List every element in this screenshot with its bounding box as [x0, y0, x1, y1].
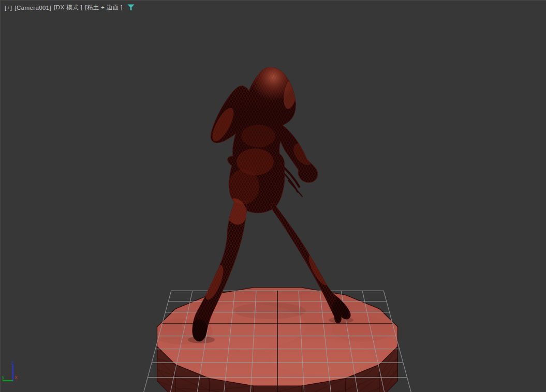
viewport-display-mode-menu[interactable]: [DX 模式 ] [54, 4, 82, 11]
y-axis-label: y [2, 374, 5, 380]
viewport-filter-funnel-icon[interactable] [127, 4, 135, 11]
viewport-label-bar: [+] [Camera001] [DX 模式 ] [粘土 + 边面 ] [5, 4, 135, 11]
scene-canvas [1, 1, 546, 392]
viewport-camera-menu[interactable]: [Camera001] [14, 5, 51, 11]
viewport-shading-menu[interactable]: [粘土 + 边面 ] [85, 4, 123, 11]
figure-soft-shadow [233, 303, 306, 319]
world-axis-gizmo: z y x [2, 360, 25, 392]
x-axis-label: x [14, 374, 18, 380]
z-axis-label: z [11, 360, 14, 366]
viewport-pov-menu[interactable]: [+] [5, 5, 12, 11]
camera-viewport[interactable]: [+] [Camera001] [DX 模式 ] [粘土 + 边面 ] z y … [0, 0, 546, 392]
